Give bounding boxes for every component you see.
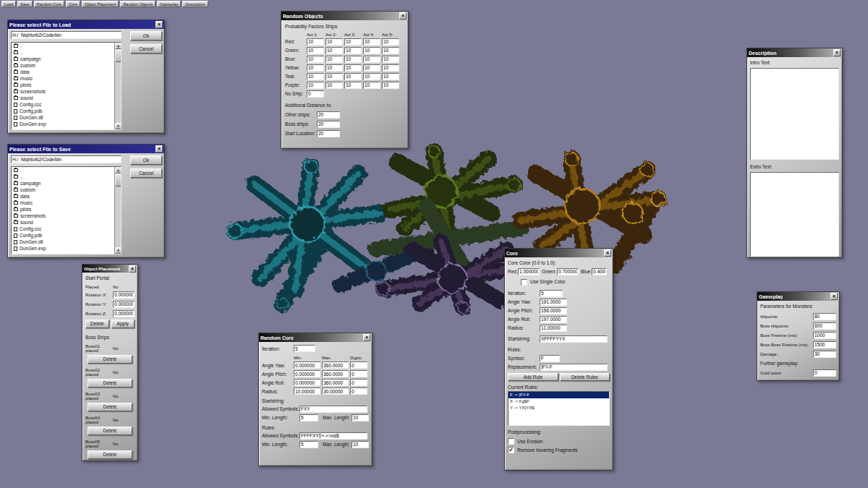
extro-text-area[interactable]	[750, 172, 839, 257]
toolbar-button-save[interactable]: Save	[17, 1, 33, 7]
scrollbar[interactable]: ▲ ▼	[114, 167, 121, 254]
min-length-input[interactable]	[299, 441, 318, 448]
add-rule-button[interactable]: Add Rule	[508, 373, 558, 381]
probability-input[interactable]	[307, 56, 324, 63]
param-input[interactable]	[540, 299, 567, 306]
probability-input[interactable]	[363, 73, 380, 80]
startstring-input[interactable]	[540, 335, 608, 343]
titlebar-file-load[interactable]: Please select File to Load ×	[8, 20, 164, 29]
file-list-item[interactable]: campaign	[12, 56, 114, 62]
file-list-item[interactable]: music	[12, 200, 114, 206]
file-list-item[interactable]: .	[12, 167, 114, 174]
param-min-input[interactable]	[294, 361, 320, 369]
rotation-input[interactable]	[113, 301, 135, 308]
param-digits-input[interactable]	[350, 361, 367, 369]
close-icon[interactable]: ×	[830, 293, 838, 300]
file-list-item[interactable]: custom	[12, 187, 114, 193]
boss-delete-button[interactable]: Delete	[88, 355, 132, 364]
param-min-input[interactable]	[294, 379, 320, 386]
use-erosion-checkbox[interactable]	[508, 438, 514, 445]
probability-input[interactable]	[382, 47, 399, 54]
file-list-item[interactable]: .	[12, 43, 114, 49]
iteration-input[interactable]	[540, 290, 563, 297]
toolbar-button-gameplay[interactable]: Gameplay	[157, 1, 181, 7]
scroll-thumb[interactable]	[115, 49, 122, 62]
file-list-item[interactable]: DunGen.exp	[12, 245, 114, 252]
probability-input[interactable]	[363, 56, 380, 63]
param-input[interactable]	[540, 307, 567, 314]
scroll-up-icon[interactable]: ▲	[115, 43, 122, 49]
file-listbox[interactable]: ...campaigncustomdatamusicpilotsscreensh…	[11, 42, 122, 130]
titlebar-random-objects[interactable]: Random Objects ×	[281, 12, 408, 20]
apply-button[interactable]: Apply	[111, 320, 135, 328]
intro-text-area[interactable]	[750, 68, 839, 160]
toolbar-button-object-placement[interactable]: Object Placement	[82, 1, 119, 7]
boss-delete-button[interactable]: Delete	[88, 403, 132, 411]
toolbar-button-load[interactable]: Load	[1, 1, 16, 7]
no-ship-input[interactable]	[307, 90, 324, 98]
scroll-down-icon[interactable]: ▼	[115, 123, 122, 129]
boss-delete-button[interactable]: Delete	[88, 379, 132, 388]
file-listbox[interactable]: ...campaigncustomdatamusicpilotsscreensh…	[11, 166, 122, 254]
file-list-item[interactable]: campaign	[12, 180, 114, 187]
probability-input[interactable]	[307, 64, 324, 72]
rotation-input[interactable]	[113, 310, 135, 317]
red-input[interactable]	[518, 268, 540, 275]
rule-item[interactable]: Y -> YX[YX$	[509, 405, 609, 411]
boss-delete-button[interactable]: Delete	[88, 450, 132, 459]
file-list-item[interactable]: Config.ccc	[12, 226, 114, 232]
close-icon[interactable]: ×	[399, 12, 407, 20]
distance-input[interactable]	[317, 130, 340, 137]
toolbar-button-random-core[interactable]: Random Core	[34, 1, 64, 7]
min-length-input[interactable]	[299, 414, 318, 421]
titlebar-core[interactable]: Core ×	[505, 249, 613, 257]
symbol-input[interactable]	[540, 355, 560, 362]
cancel-button[interactable]: Cancel	[130, 44, 162, 53]
scroll-down-icon[interactable]: ▼	[115, 247, 122, 254]
file-list-item[interactable]: DunGen.dll	[12, 114, 114, 121]
probability-input[interactable]	[382, 82, 399, 89]
probability-input[interactable]	[344, 82, 362, 89]
blue-input[interactable]	[592, 268, 607, 275]
close-icon[interactable]: ×	[156, 21, 163, 28]
probability-input[interactable]	[344, 38, 362, 46]
probability-input[interactable]	[363, 82, 380, 89]
toolbar-button-description[interactable]: Description	[182, 1, 208, 7]
replacement-input[interactable]	[540, 364, 608, 371]
file-list-item[interactable]: data	[12, 193, 114, 200]
file-list-item[interactable]: Config.ccc	[12, 101, 114, 108]
close-icon[interactable]: ×	[129, 265, 136, 273]
file-list-item[interactable]: ..	[12, 49, 114, 56]
probability-input[interactable]	[344, 47, 362, 54]
max-length-input[interactable]	[352, 414, 369, 421]
field-input[interactable]	[813, 322, 836, 330]
probability-input[interactable]	[344, 64, 362, 72]
single-color-checkbox[interactable]	[521, 279, 527, 286]
path-input[interactable]	[11, 31, 122, 39]
probability-input[interactable]	[307, 38, 324, 46]
toolbar-button-core[interactable]: Core	[66, 1, 80, 7]
file-list-item[interactable]: sound	[12, 219, 114, 226]
file-list-item[interactable]: sound	[12, 95, 114, 101]
ok-button[interactable]: Ok	[130, 31, 162, 40]
file-list-item[interactable]: pilots	[12, 82, 114, 88]
file-list-item[interactable]: music	[12, 75, 114, 82]
probability-input[interactable]	[307, 47, 324, 54]
probability-input[interactable]	[382, 38, 399, 46]
current-rules-list[interactable]: F -> ]FY-FX -> Fg$FY -> YX[YX$	[508, 391, 610, 426]
probability-input[interactable]	[307, 73, 324, 80]
distance-input[interactable]	[317, 111, 340, 119]
scrollbar[interactable]: ▲ ▼	[114, 43, 121, 129]
probability-input[interactable]	[382, 56, 399, 63]
file-list-item[interactable]: screenshots	[12, 213, 114, 219]
titlebar-object-placement[interactable]: Object Placement ×	[82, 265, 137, 273]
param-min-input[interactable]	[294, 370, 320, 377]
param-input[interactable]	[540, 325, 567, 332]
rule-item[interactable]: F -> ]FY-F	[509, 392, 609, 398]
delete-button[interactable]: Delete	[85, 320, 109, 328]
max-length-input[interactable]	[352, 441, 369, 448]
rule-item[interactable]: X -> Fg$F	[509, 398, 609, 405]
close-icon[interactable]: ×	[833, 49, 841, 56]
probability-input[interactable]	[382, 73, 399, 80]
param-max-input[interactable]	[322, 379, 349, 386]
